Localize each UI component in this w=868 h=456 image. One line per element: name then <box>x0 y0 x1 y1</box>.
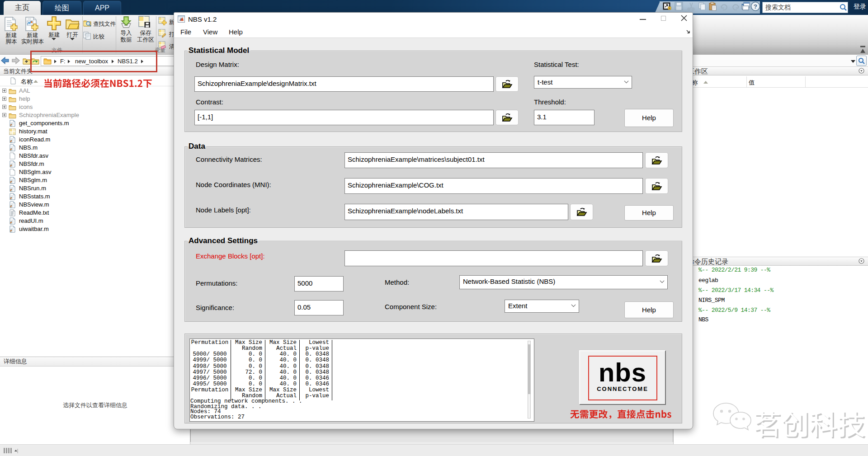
svg-text:?: ? <box>754 3 757 10</box>
